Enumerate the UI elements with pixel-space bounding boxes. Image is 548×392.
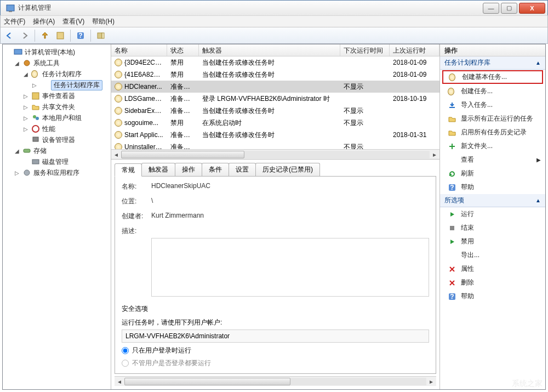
twisty-icon[interactable]: ▷ xyxy=(22,104,29,110)
scroll-right-icon[interactable]: ▸ xyxy=(426,377,436,387)
run-icon xyxy=(448,210,456,219)
radio-any-logon[interactable]: 不管用户是否登录都要运行 xyxy=(122,359,429,368)
properties-button[interactable] xyxy=(54,29,67,42)
list-body[interactable]: {3D94E2C8...禁用当创建任务或修改任务时2018-01-09{41E6… xyxy=(111,56,439,149)
action-pane-toggle[interactable] xyxy=(94,29,107,42)
action-属性[interactable]: 属性 xyxy=(440,262,545,276)
collapse-icon[interactable]: ▲ xyxy=(535,197,541,203)
action-刷新[interactable]: 刷新 xyxy=(440,167,545,180)
up-button[interactable] xyxy=(38,29,52,42)
task-row[interactable]: sogouime...禁用在系统启动时不显示 xyxy=(111,117,439,129)
task-row[interactable]: SidebarExe...准备就绪当创建任务或修改任务时不显示 xyxy=(111,105,439,117)
actions-section-selected[interactable]: 所选项 ▲ xyxy=(440,194,545,207)
menu-file[interactable]: 文件(F) xyxy=(4,17,25,26)
twisty-icon[interactable]: ▷ xyxy=(22,115,29,121)
list-hscrollbar[interactable]: ◂ ▸ xyxy=(111,149,439,159)
tab-general[interactable]: 常规 xyxy=(115,163,142,177)
action-结束[interactable]: 结束 xyxy=(440,221,545,235)
task-row[interactable]: {3D94E2C8...禁用当创建任务或修改任务时2018-01-09 xyxy=(111,56,439,69)
task-icon xyxy=(115,131,122,139)
action-导出[interactable]: 导出... xyxy=(440,248,545,262)
col-next-run[interactable]: 下次运行时间 xyxy=(340,44,390,56)
svg-rect-6 xyxy=(102,33,104,38)
radio-input[interactable] xyxy=(122,360,129,367)
scroll-thumb[interactable] xyxy=(121,151,244,158)
twisty-icon[interactable]: ◢ xyxy=(14,148,20,154)
twisty-icon[interactable]: ▷ xyxy=(22,93,29,99)
tree-root[interactable]: 计算机管理(本地) xyxy=(3,47,111,58)
twisty-icon[interactable]: ◢ xyxy=(22,71,29,77)
svg-rect-2 xyxy=(57,32,64,39)
description-field[interactable] xyxy=(151,238,429,297)
task-row[interactable]: Uninstaller_...准备就绪不显示 xyxy=(111,141,439,149)
maximize-button[interactable]: ▢ xyxy=(501,3,517,14)
clock-icon xyxy=(449,73,458,82)
task-row[interactable]: HDCleaner...准备就绪不显示 xyxy=(111,81,439,93)
scroll-right-icon[interactable]: ▸ xyxy=(430,150,439,160)
col-name[interactable]: 名称 xyxy=(111,44,167,56)
menu-help[interactable]: 帮助(H) xyxy=(92,17,115,26)
task-icon xyxy=(115,71,122,78)
tab-history[interactable]: 历史记录(已禁用) xyxy=(255,163,320,176)
task-row[interactable]: {41E6A829-...禁用当创建任务或修改任务时2018-01-09 xyxy=(111,69,439,81)
stop-icon xyxy=(448,224,456,232)
tree-storage[interactable]: ◢ 存储 xyxy=(3,145,111,156)
twisty-icon[interactable]: ▷ xyxy=(22,126,29,132)
help-toolbar-button[interactable]: ? xyxy=(74,29,87,42)
tab-settings[interactable]: 设置 xyxy=(229,163,256,176)
tab-triggers[interactable]: 触发器 xyxy=(141,163,175,176)
tree-services-apps[interactable]: ▷ 服务和应用程序 xyxy=(3,167,111,178)
action-创建任务[interactable]: 创建任务... xyxy=(440,84,545,98)
twisty-icon[interactable]: ◢ xyxy=(14,60,20,66)
menu-view[interactable]: 查看(V) xyxy=(62,17,84,26)
twisty-icon[interactable]: ▷ xyxy=(14,170,20,176)
center-pane: 名称 状态 触发器 下次运行时间 上次运行时 {3D94E2C8...禁用当创建… xyxy=(111,44,440,389)
tab-conditions[interactable]: 条件 xyxy=(202,163,229,176)
radio-only-logged-on[interactable]: 只在用户登录时运行 xyxy=(122,346,429,355)
task-row[interactable]: Start Applic...准备就绪当创建任务或修改任务时2018-01-31 xyxy=(111,129,439,141)
action-帮助[interactable]: ?帮助 xyxy=(440,289,545,303)
action-禁用[interactable]: 禁用 xyxy=(440,235,545,248)
tree-shared-folders[interactable]: ▷ 共享文件夹 xyxy=(3,101,111,112)
svg-rect-17 xyxy=(449,107,455,108)
tab-actions[interactable]: 操作 xyxy=(175,163,202,176)
tree-task-library[interactable]: ▷ 任务计划程序库 xyxy=(3,79,111,90)
action-创建基本任务[interactable]: 创建基本任务... xyxy=(442,70,543,84)
col-triggers[interactable]: 触发器 xyxy=(199,44,340,56)
radio-input[interactable] xyxy=(122,347,129,354)
action-显示所有正在运行的任务[interactable]: 显示所有正在运行的任务 xyxy=(440,112,545,126)
forward-button[interactable] xyxy=(18,29,31,42)
plus-icon xyxy=(448,142,456,151)
action-删除[interactable]: 删除 xyxy=(440,276,545,289)
scroll-thumb[interactable] xyxy=(124,378,290,385)
menu-action[interactable]: 操作(A) xyxy=(33,17,55,26)
col-status[interactable]: 状态 xyxy=(167,44,199,56)
col-last-run[interactable]: 上次运行时 xyxy=(390,44,439,56)
tree-local-users[interactable]: ▷ 本地用户和组 xyxy=(3,112,111,123)
scroll-left-icon[interactable]: ◂ xyxy=(111,150,121,160)
action-查看[interactable]: 查看▶ xyxy=(440,153,545,167)
tree-performance[interactable]: ▷ 性能 xyxy=(3,123,111,134)
tree-event-viewer[interactable]: ▷ 事件查看器 xyxy=(3,90,111,101)
action-运行[interactable]: 运行 xyxy=(440,207,545,221)
svg-rect-20 xyxy=(450,226,454,230)
collapse-icon[interactable]: ▲ xyxy=(535,60,541,66)
help-icon: ? xyxy=(448,292,456,301)
action-启用所有任务历史记录[interactable]: 启用所有任务历史记录 xyxy=(440,126,545,139)
tree-device-manager[interactable]: 设备管理器 xyxy=(3,134,111,145)
tree-task-scheduler[interactable]: ◢ 任务计划程序 xyxy=(3,69,111,79)
minimize-button[interactable]: — xyxy=(483,3,499,14)
back-button[interactable] xyxy=(3,29,16,42)
scroll-left-icon[interactable]: ◂ xyxy=(115,377,124,387)
actions-section-library[interactable]: 任务计划程序库 ▲ xyxy=(440,56,545,70)
close-button[interactable]: X xyxy=(519,3,545,14)
twisty-icon[interactable]: ▷ xyxy=(31,82,38,88)
details-hscrollbar[interactable]: ◂ ▸ xyxy=(115,376,436,386)
tree-system-tools[interactable]: ◢ 系统工具 xyxy=(3,58,111,69)
tree-disk-management[interactable]: 磁盘管理 xyxy=(3,156,111,167)
action-新文件夹[interactable]: 新文件夹... xyxy=(440,139,545,153)
task-icon xyxy=(115,143,122,149)
action-导入任务[interactable]: 导入任务... xyxy=(440,98,545,112)
action-帮助[interactable]: ?帮助 xyxy=(440,180,545,194)
task-row[interactable]: LDSGameC...准备就绪登录 LRGM-VVFHAEB2K6\Admini… xyxy=(111,93,439,105)
